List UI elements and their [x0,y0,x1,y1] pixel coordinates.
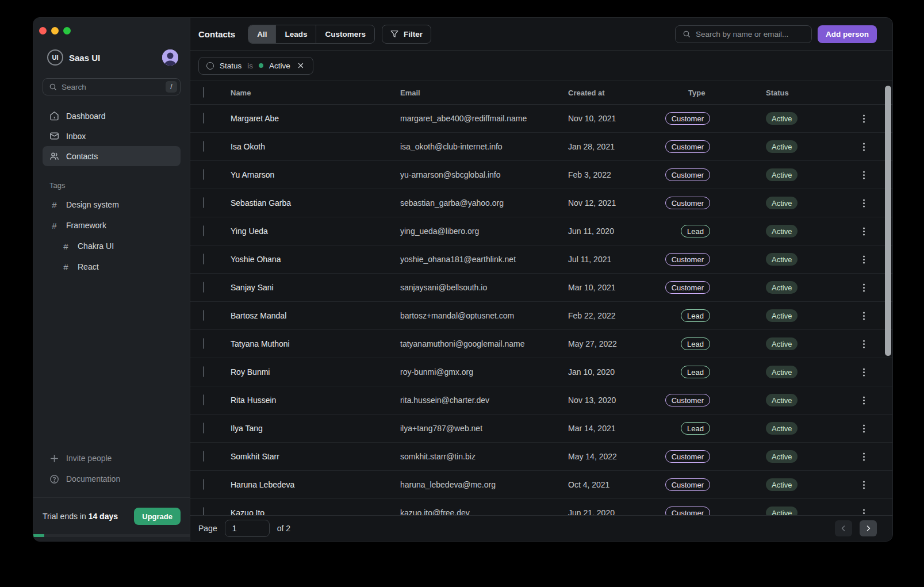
row-checkbox[interactable] [203,479,204,490]
row-checkbox[interactable] [203,310,204,321]
sidebar-item-dashboard[interactable]: Dashboard [43,106,181,126]
row-checkbox[interactable] [203,282,204,293]
row-menu-button[interactable] [857,281,871,294]
status-badge: Active [766,253,798,266]
row-checkbox[interactable] [203,423,204,433]
sidebar-search-input[interactable] [62,83,161,91]
filter-field: Status [220,62,241,70]
table-row[interactable]: Isa Okoth isa_okoth@club-internet.info J… [190,133,892,161]
sidebar-search[interactable]: / [43,78,181,95]
row-menu-button[interactable] [857,309,871,323]
table-row[interactable]: Tatyana Muthoni tatyanamuthoni@googlemai… [190,330,892,358]
chevron-right-icon [865,525,872,532]
next-page-button[interactable] [860,520,877,536]
table-row[interactable]: Ying Ueda ying_ueda@libero.org Jun 11, 2… [190,217,892,245]
sidebar-tag-label: React [78,262,99,271]
column-header-name[interactable]: Name [231,89,400,97]
row-checkbox[interactable] [203,254,204,264]
table-row[interactable]: Yu Arnarson yu-arnarson@sbcglobal.info F… [190,161,892,189]
segment-customers[interactable]: Customers [316,25,374,43]
workspace-header: UI Saas UI [47,49,178,66]
row-checkbox[interactable] [203,141,204,152]
row-menu-button[interactable] [857,196,871,210]
row-checkbox[interactable] [203,197,204,208]
sidebar-item-contacts[interactable]: Contacts [43,146,181,166]
main-content: Contacts All Leads Customers Filter Add … [190,18,892,541]
contacts-search-input[interactable] [696,30,804,39]
table-row[interactable]: Roy Bunmi roy-bunmi@gmx.org Jan 10, 2020… [190,358,892,386]
row-menu-button[interactable] [857,506,871,515]
table-row[interactable]: Haruna Lebedeva haruna_lebedeva@me.org O… [190,471,892,499]
row-checkbox[interactable] [203,507,204,515]
page-number-input[interactable] [225,520,270,537]
table-row[interactable]: Somkhit Starr somkhit.starr@tin.biz May … [190,443,892,471]
hash-icon: # [49,221,59,231]
active-filters-bar: Status is Active [190,51,892,81]
segment-all[interactable]: All [248,25,276,43]
row-menu-button[interactable] [857,140,871,154]
sidebar-link-documentation[interactable]: Documentation [43,469,181,489]
segment-leads[interactable]: Leads [276,25,316,43]
row-checkbox[interactable] [203,366,204,377]
sidebar-tag-design-system[interactable]: # Design system [43,194,181,215]
row-checkbox[interactable] [203,338,204,349]
contact-name: Margaret Abe [231,114,400,123]
filter-button[interactable]: Filter [382,25,431,44]
table-row[interactable]: Margaret Abe margaret_abe400@rediffmail.… [190,105,892,133]
close-window-button[interactable] [39,27,47,34]
row-menu-button[interactable] [857,337,871,351]
search-shortcut-key: / [166,81,177,93]
remove-filter-button[interactable] [296,61,305,70]
upgrade-button[interactable]: Upgrade [134,508,181,525]
table-row[interactable]: Ilya Tang ilya+tang787@web.net Mar 14, 2… [190,415,892,443]
row-menu-button[interactable] [857,478,871,492]
zoom-window-button[interactable] [63,27,71,34]
row-menu-button[interactable] [857,393,871,407]
column-header-created-at[interactable]: Created at [568,89,688,97]
row-checkbox[interactable] [203,451,204,462]
row-checkbox[interactable] [203,169,204,180]
table-row[interactable]: Sebastian Garba sebastian_garba@yahoo.or… [190,189,892,217]
contact-name: Yoshie Ohana [231,255,400,264]
row-checkbox[interactable] [203,394,204,405]
table-row[interactable]: Kazuo Ito kazuo.ito@free.dev Jun 21, 202… [190,499,892,515]
sidebar-item-inbox[interactable]: Inbox [43,126,181,146]
sidebar-tag-react[interactable]: # React [43,256,181,277]
workspace-name: Saas UI [69,53,100,63]
row-menu-button[interactable] [857,112,871,125]
page-title: Contacts [198,29,235,39]
contact-name: Tatyana Muthoni [231,339,400,348]
row-menu-button[interactable] [857,450,871,463]
funnel-icon [390,30,398,38]
table-row[interactable]: Rita Hussein rita.hussein@charter.dev No… [190,386,892,415]
table-row[interactable]: Yoshie Ohana yoshie_ohana181@earthlink.n… [190,245,892,274]
add-person-button[interactable]: Add person [818,25,877,43]
table-row[interactable]: Bartosz Mandal bartosz+mandal@optusnet.c… [190,302,892,330]
status-badge: Active [766,450,798,463]
sidebar-tag-chakra-ui[interactable]: # Chakra UI [43,236,181,256]
previous-page-button[interactable] [835,520,852,536]
contacts-search[interactable] [675,25,812,43]
column-header-status[interactable]: Status [757,89,852,97]
row-menu-button[interactable] [857,224,871,238]
row-checkbox[interactable] [203,113,204,124]
row-menu-button[interactable] [857,365,871,379]
kebab-icon [863,231,865,232]
sidebar-tag-framework[interactable]: # Framework [43,215,181,236]
status-filter-chip[interactable]: Status is Active [198,57,313,75]
user-avatar[interactable] [162,49,178,66]
column-header-type[interactable]: Type [688,89,757,97]
select-all-checkbox[interactable] [203,87,204,98]
sidebar-link-invite-people[interactable]: Invite people [43,448,181,469]
table-scrollbar-thumb[interactable] [885,86,891,356]
row-menu-button[interactable] [857,421,871,435]
table-row[interactable]: Sanjay Sani sanjaysani@bellsouth.io Mar … [190,274,892,302]
row-menu-button[interactable] [857,252,871,266]
minimize-window-button[interactable] [51,27,59,34]
type-badge: Customer [665,197,710,209]
row-menu-button[interactable] [857,168,871,182]
column-header-email[interactable]: Email [400,89,568,97]
contact-name: Ilya Tang [231,424,400,433]
trial-banner: Trial ends in 14 days Upgrade [33,498,190,525]
row-checkbox[interactable] [203,225,204,236]
